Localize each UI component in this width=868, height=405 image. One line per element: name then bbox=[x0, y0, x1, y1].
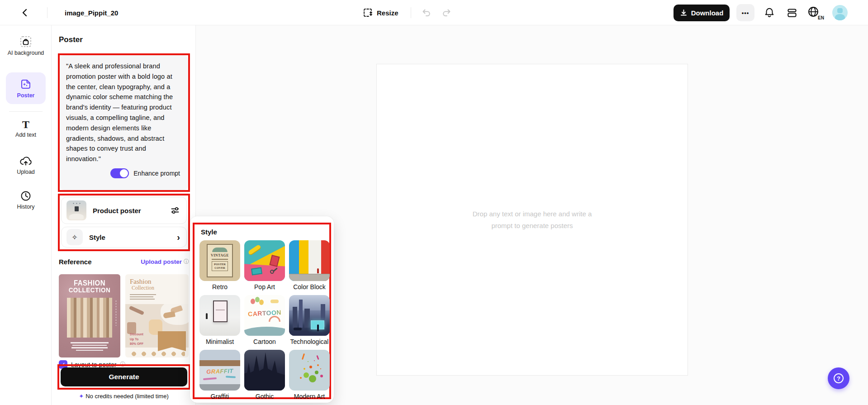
style-row[interactable]: ✧ Style › bbox=[61, 227, 187, 248]
style-option-technological[interactable]: Technological bbox=[289, 295, 330, 345]
style-option-cartoon[interactable]: CARTOON Cartoon bbox=[244, 295, 285, 345]
prompt-input[interactable]: "A sleek and professional brand promotio… bbox=[60, 55, 188, 190]
poster-panel: Poster "A sleek and professional brand p… bbox=[52, 25, 196, 405]
help-button[interactable]: ? bbox=[828, 367, 849, 389]
sidebar-item-label: Upload bbox=[17, 169, 35, 176]
resize-label: Resize bbox=[377, 9, 398, 17]
enhance-prompt-label: Enhance prompt bbox=[133, 170, 180, 177]
sidebar-item-label: Add text bbox=[15, 132, 36, 139]
style-option-gothic[interactable]: Gothic bbox=[244, 350, 285, 400]
notifications-button[interactable] bbox=[762, 6, 777, 19]
style-option-modern-art[interactable]: Modern Art bbox=[289, 350, 330, 400]
reference-poster-1[interactable]: FASHION COLLECTION bbox=[59, 274, 120, 357]
header-divider bbox=[411, 7, 411, 18]
language-code: EN bbox=[817, 16, 824, 20]
style-thumb-pop-art bbox=[244, 240, 285, 281]
resize-icon bbox=[363, 8, 373, 18]
resize-button[interactable]: Resize bbox=[363, 0, 398, 25]
chevron-right-icon: › bbox=[177, 233, 180, 242]
style-row-label: Style bbox=[89, 233, 105, 241]
redo-button[interactable] bbox=[440, 6, 453, 19]
sidebar-item-label: AI background bbox=[8, 50, 44, 57]
sidebar-item-upload[interactable]: Upload bbox=[4, 155, 48, 176]
sparkle-icon: ✦ bbox=[79, 393, 84, 400]
style-thumb-minimalist bbox=[199, 295, 240, 336]
product-thumb-art bbox=[72, 203, 82, 204]
style-thumb-retro: VINTAGE POSTERCOVER bbox=[199, 240, 240, 281]
style-thumb-cartoon: CARTOON bbox=[244, 295, 285, 336]
style-thumb-gothic bbox=[244, 350, 285, 391]
text-tool-icon: T bbox=[22, 119, 29, 130]
top-toolbar: image_Pippit_20 Resize bbox=[0, 0, 868, 25]
adjust-sliders-icon[interactable] bbox=[170, 205, 180, 215]
back-button[interactable] bbox=[18, 6, 32, 19]
generate-button[interactable]: Generate bbox=[61, 367, 187, 386]
download-label: Download bbox=[691, 9, 724, 17]
avatar-body bbox=[835, 14, 845, 20]
language-button[interactable]: EN bbox=[807, 5, 823, 20]
product-thumbnail bbox=[66, 200, 86, 220]
ref2-title-line2: Collection bbox=[132, 285, 189, 291]
billing-button[interactable] bbox=[785, 6, 799, 19]
download-icon bbox=[680, 9, 688, 17]
ref1-photo bbox=[67, 298, 112, 338]
annotation-box-prompt: "A sleek and professional brand promotio… bbox=[58, 53, 190, 192]
help-icon: ? bbox=[834, 373, 844, 383]
rail-divider bbox=[9, 111, 43, 112]
style-option-minimalist[interactable]: Minimalist bbox=[199, 295, 241, 345]
style-option-retro[interactable]: VINTAGE POSTERCOVER Retro bbox=[199, 240, 241, 291]
ref1-title-line2: COLLECTION bbox=[59, 286, 120, 294]
avatar-head bbox=[837, 8, 843, 13]
download-button[interactable]: Download bbox=[674, 5, 730, 21]
reference-header: Reference Upload poster ⓘ bbox=[59, 258, 189, 266]
style-option-pop-art[interactable]: Pop Art bbox=[244, 240, 285, 291]
style-popup-title: Style bbox=[201, 228, 325, 236]
sidebar-item-poster[interactable]: Poster bbox=[6, 72, 46, 104]
ref2-discount-text: Discount Up To 80% OFF bbox=[130, 332, 143, 347]
sidebar-item-ai-background[interactable]: AI background bbox=[4, 35, 48, 57]
document-title[interactable]: image_Pippit_20 bbox=[65, 0, 118, 25]
style-label: Color Block bbox=[293, 283, 326, 291]
ref2-art bbox=[130, 294, 156, 301]
enhance-prompt-toggle[interactable] bbox=[110, 168, 129, 178]
sidebar-item-add-text[interactable]: T Add text bbox=[4, 119, 48, 139]
ref2-art bbox=[129, 351, 185, 357]
style-popup: Style VINTAGE POSTERCOVER Retro bbox=[190, 216, 334, 403]
poster-icon bbox=[19, 78, 32, 91]
more-options-button[interactable]: ••• bbox=[736, 4, 754, 21]
product-poster-row[interactable]: Product poster bbox=[61, 197, 187, 224]
panel-title: Poster bbox=[59, 35, 83, 44]
style-thumb-graffiti: GRAFFIT bbox=[199, 350, 240, 391]
style-label: Technological bbox=[290, 338, 329, 345]
artboard-dropzone[interactable]: Drop any text or image here and write a … bbox=[376, 64, 688, 376]
style-option-graffiti[interactable]: GRAFFIT Graffiti bbox=[199, 350, 241, 400]
style-thumb-color-block bbox=[289, 240, 330, 281]
sidebar-item-history[interactable]: History bbox=[4, 190, 48, 211]
annotation-box-generate: Generate bbox=[57, 364, 190, 390]
sidebar-item-label: Poster bbox=[17, 92, 35, 100]
style-label: Retro bbox=[212, 283, 228, 291]
reference-poster-2[interactable]: Fashion Collection Discount Up To 80% OF… bbox=[125, 274, 189, 357]
tool-rail: AI background Poster T Add text bbox=[0, 25, 52, 405]
annotation-box-style: Style VINTAGE POSTERCOVER Retro bbox=[193, 223, 331, 399]
bell-icon bbox=[764, 7, 775, 19]
style-option-color-block[interactable]: Color Block bbox=[289, 240, 330, 291]
style-grid: VINTAGE POSTERCOVER Retro Pop Art bbox=[199, 240, 325, 400]
prompt-text: "A sleek and professional brand promotio… bbox=[66, 61, 182, 164]
history-clock-icon bbox=[20, 190, 32, 202]
toggle-knob bbox=[120, 169, 128, 177]
style-label: Gothic bbox=[256, 393, 274, 400]
upload-poster-link[interactable]: Upload poster ⓘ bbox=[141, 258, 189, 266]
undo-button[interactable] bbox=[420, 6, 433, 19]
enhance-prompt-row: Enhance prompt bbox=[66, 168, 182, 178]
product-thumb-art bbox=[69, 214, 84, 219]
style-label: Cartoon bbox=[253, 338, 276, 345]
avatar[interactable] bbox=[832, 5, 848, 20]
back-chevron-icon bbox=[19, 7, 30, 18]
sidebar-item-label: History bbox=[17, 204, 35, 211]
info-icon[interactable]: ⓘ bbox=[184, 258, 189, 266]
product-thumb-art bbox=[75, 206, 79, 211]
upload-cloud-icon bbox=[19, 155, 33, 167]
ref2-ribbon-art bbox=[158, 331, 186, 351]
reference-images: FASHION COLLECTION Fashion Collection bbox=[59, 274, 189, 357]
